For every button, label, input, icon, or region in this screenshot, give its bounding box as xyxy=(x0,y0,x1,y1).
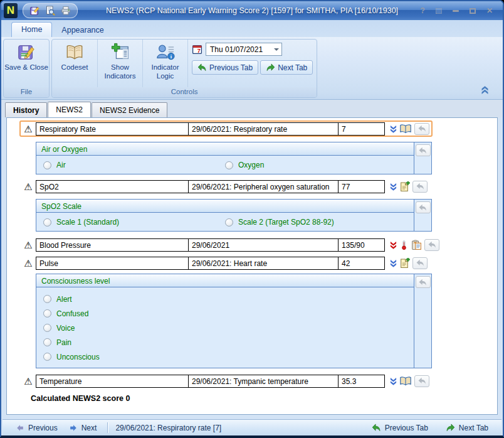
print-icon[interactable] xyxy=(61,6,71,16)
status-bar: Previous Next 29/06/2021: Respiratory ra… xyxy=(3,419,501,435)
value-field[interactable]: 135/90 xyxy=(338,238,385,252)
undo-button[interactable] xyxy=(416,201,431,213)
observation-field[interactable]: 29/06/2021: Respiratory rate xyxy=(188,122,339,136)
radio-icon[interactable] xyxy=(43,338,51,346)
radio-option-air[interactable]: Air xyxy=(43,161,225,169)
warning-icon: ⚠ xyxy=(23,240,34,250)
ribbon-group-file: Save & Close File xyxy=(3,39,50,98)
calculated-score-text: Calculated NEWS2 score 0 xyxy=(31,394,497,403)
radio-label: Pain xyxy=(56,338,71,347)
collapse-ribbon-icon[interactable] xyxy=(481,86,489,95)
fullscreen-icon[interactable] xyxy=(436,8,442,14)
row-temperature: ⚠ Temperature 29/06/2021: Tympanic tempe… xyxy=(19,373,433,389)
show-indicators-button[interactable]: Show Indicators xyxy=(97,40,142,87)
expand-chevron-icon[interactable] xyxy=(390,259,397,267)
date-picker[interactable]: Thu 01/07/2021 xyxy=(206,43,282,56)
observation-field[interactable]: 29/06/2021: Tympanic temperature xyxy=(188,375,339,388)
row-pulse: ⚠ Pulse 29/06/2021: Heart rate 42 xyxy=(19,255,431,271)
observation-field[interactable]: 29/06/2021: Heart rate xyxy=(188,257,339,270)
add-note-icon[interactable] xyxy=(399,181,410,192)
arrow-right-icon xyxy=(69,424,78,432)
maximize-icon[interactable] xyxy=(470,8,476,14)
undo-button[interactable] xyxy=(414,375,429,387)
ribbon-next-tab-button[interactable]: Next Tab xyxy=(260,60,313,75)
group-title: Air or Oxygen xyxy=(36,142,414,156)
expand-chevron-icon[interactable] xyxy=(390,377,397,385)
undo-button[interactable] xyxy=(414,123,429,135)
indicator-logic-button[interactable]: Indicator Logic xyxy=(142,40,187,87)
indicator-name-field[interactable]: Blood Pressure xyxy=(36,238,189,252)
thermometer-icon[interactable] xyxy=(399,240,409,250)
indicator-name-field[interactable]: Temperature xyxy=(36,375,189,388)
save-icon[interactable] xyxy=(29,6,39,16)
quick-access-toolbar xyxy=(23,3,78,18)
tab-history[interactable]: History xyxy=(5,102,47,117)
radio-icon[interactable] xyxy=(43,295,51,303)
curl-arrow-left-icon xyxy=(197,63,207,72)
row-spo2: ⚠ SpO2 29/06/2021: Peripheral oxygen sat… xyxy=(19,178,431,195)
tab-news2-evidence[interactable]: NEWS2 Evidence xyxy=(92,102,167,117)
previous-tab-label: Previous Tab xyxy=(385,424,428,432)
indicator-logic-label: Indicator Logic xyxy=(143,63,187,81)
indicator-name-field[interactable]: Pulse xyxy=(36,257,189,270)
codeset-lookup-icon[interactable] xyxy=(399,376,412,386)
statusbar-previous-tab-button[interactable]: Previous Tab xyxy=(366,423,434,432)
value-field[interactable]: 7 xyxy=(338,122,385,136)
radio-option-oxygen[interactable]: Oxygen xyxy=(225,161,407,169)
warning-icon: ⚠ xyxy=(23,182,34,191)
app-logo-icon[interactable]: N xyxy=(4,3,18,18)
ribbon-tab-appearance[interactable]: Appearance xyxy=(52,23,113,37)
radio-icon[interactable] xyxy=(43,324,51,332)
statusbar-next-tab-button[interactable]: Next Tab xyxy=(440,423,494,432)
radio-option-voice[interactable]: Voice xyxy=(43,321,407,335)
radio-option-pain[interactable]: Pain xyxy=(43,335,407,350)
radio-icon[interactable] xyxy=(225,218,233,227)
expand-chevron-icon[interactable] xyxy=(390,241,397,249)
radio-option-scale1[interactable]: Scale 1 (Standard) xyxy=(43,218,225,227)
indicator-name-field[interactable]: SpO2 xyxy=(36,180,189,193)
minimize-icon[interactable] xyxy=(453,10,459,12)
close-icon[interactable]: ✕ xyxy=(486,7,493,14)
undo-button[interactable] xyxy=(424,239,439,251)
undo-button[interactable] xyxy=(412,181,428,193)
value-field[interactable]: 42 xyxy=(338,257,385,270)
add-note-icon[interactable] xyxy=(399,258,410,269)
value-field[interactable]: 77 xyxy=(338,180,385,193)
radio-option-alert[interactable]: Alert xyxy=(43,292,407,306)
undo-button[interactable] xyxy=(416,144,431,156)
ribbon-tab-home[interactable]: Home xyxy=(11,22,52,37)
observation-field[interactable]: 29/06/2021 xyxy=(188,238,339,252)
date-dropdown-icon[interactable] xyxy=(271,48,281,51)
print-preview-icon[interactable] xyxy=(45,6,55,16)
codeset-button[interactable]: Codeset xyxy=(52,40,97,87)
radio-option-scale2[interactable]: Scale 2 (Target SpO2 88-92) xyxy=(225,218,407,227)
ribbon-previous-tab-button[interactable]: Previous Tab xyxy=(192,60,258,75)
indicator-name-field[interactable]: Respiratory Rate xyxy=(36,122,189,136)
radio-icon[interactable] xyxy=(43,309,51,318)
codeset-lookup-icon[interactable] xyxy=(399,124,412,134)
radio-icon[interactable] xyxy=(225,161,233,169)
undo-button[interactable] xyxy=(412,257,428,269)
tab-news2[interactable]: NEWS2 xyxy=(48,102,91,117)
radio-option-confused[interactable]: Confused xyxy=(43,306,407,321)
show-indicators-icon xyxy=(111,43,130,61)
radio-option-unconscious[interactable]: Unconscious xyxy=(43,350,407,364)
expand-chevron-icon[interactable] xyxy=(390,183,397,191)
next-button[interactable]: Next xyxy=(63,424,103,432)
undo-button[interactable] xyxy=(416,276,431,288)
calendar-icon[interactable] xyxy=(192,44,202,55)
clipboard-icon[interactable] xyxy=(411,240,422,250)
form-panel: ⚠ Respiratory Rate 29/06/2021: Respirato… xyxy=(6,117,498,415)
radio-icon[interactable] xyxy=(43,218,51,227)
show-indicators-label: Show Indicators xyxy=(98,63,142,81)
save-close-button[interactable]: Save & Close xyxy=(4,40,49,87)
previous-tab-label: Previous Tab xyxy=(209,63,253,72)
radio-icon[interactable] xyxy=(43,353,51,361)
value-field[interactable]: 35.3 xyxy=(338,375,385,388)
warning-icon: ⚠ xyxy=(23,377,34,386)
window-title: NEWS2 (RCP National Early Warning Score … xyxy=(76,6,428,15)
expand-chevron-icon[interactable] xyxy=(390,125,397,133)
radio-icon[interactable] xyxy=(43,161,51,169)
previous-button[interactable]: Previous xyxy=(10,424,63,432)
observation-field[interactable]: 29/06/2021: Peripheral oxygen saturation xyxy=(188,180,339,193)
